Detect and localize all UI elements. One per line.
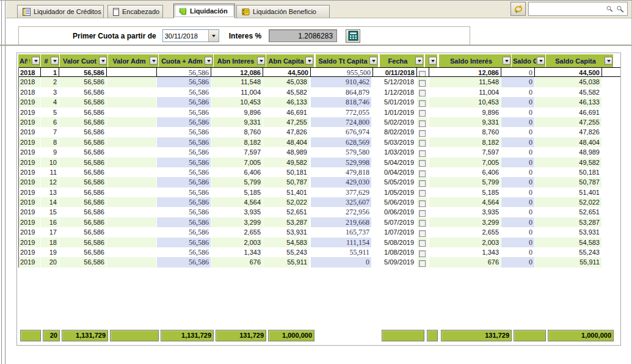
cell-saldo_capital[interactable]: 47,826: [535, 127, 602, 137]
cell-abn_interes[interactable]: 7,597: [211, 147, 263, 157]
tab-liquidacion-beneficio[interactable]: Liquidación Beneficio: [236, 5, 330, 18]
refresh-button[interactable]: [510, 2, 526, 16]
cell-chk[interactable]: [417, 257, 429, 267]
cell-saldo_tt_capital[interactable]: 529,998: [311, 158, 373, 167]
cell-abn_capital[interactable]: 47,826: [263, 127, 311, 137]
cell-ano[interactable]: 2019: [19, 167, 41, 177]
cell-saldo_interes[interactable]: 9,331: [429, 117, 501, 127]
cell-saldo_tt_capital[interactable]: 479,818: [311, 167, 373, 177]
filter-dropdown-button[interactable]: [503, 57, 510, 65]
cell-abn_capital[interactable]: 52,651: [263, 207, 311, 217]
cell-cuota_adm[interactable]: 56,586: [157, 107, 211, 117]
cell-saldo_capital[interactable]: 44,500: [535, 68, 602, 76]
cell-saldo_tt_capital[interactable]: 864,879: [311, 87, 373, 97]
cell-num[interactable]: 10: [41, 158, 59, 167]
cell-saldo_tt_capital[interactable]: 818,746: [311, 97, 373, 107]
cell-valor_adm[interactable]: [107, 197, 157, 207]
cell-chk[interactable]: [417, 147, 429, 157]
cell-valor_adm[interactable]: [107, 238, 157, 247]
col-header-valor_adm[interactable]: Valor Adm: [108, 54, 158, 67]
cell-abn_capital[interactable]: 53,287: [263, 217, 311, 227]
cell-fecha[interactable]: 5/02/2019: [373, 117, 417, 127]
row-checkbox[interactable]: [419, 90, 426, 96]
cell-saldo_capital[interactable]: 53,287: [535, 217, 602, 227]
cell-fecha[interactable]: 8/02/2019: [373, 127, 417, 137]
row-checkbox[interactable]: [419, 220, 426, 227]
cell-num[interactable]: 3: [41, 87, 59, 97]
cell-fecha[interactable]: 0/06/2019: [373, 207, 417, 217]
cell-cuota_adm[interactable]: 56,586: [157, 207, 211, 217]
cell-abn_capital[interactable]: 45,582: [263, 87, 311, 97]
col-header-ano[interactable]: Añ↑: [18, 54, 40, 67]
row-checkbox[interactable]: [419, 110, 426, 117]
cell-saldo_capital[interactable]: 45,038: [535, 77, 602, 87]
cell-ano[interactable]: 2019: [19, 158, 41, 167]
tab-liquidador-de-creditos[interactable]: Liquidador de Créditos: [17, 5, 104, 18]
cell-saldo_g_adm[interactable]: 0: [501, 238, 535, 247]
row-checkbox[interactable]: [419, 250, 426, 257]
cell-chk[interactable]: [417, 107, 429, 117]
cell-abn_interes[interactable]: 11,004: [211, 87, 263, 97]
cell-valor_cuota[interactable]: 56,586: [59, 167, 107, 177]
cell-saldo_interes[interactable]: 2,655: [429, 227, 501, 237]
cell-valor_adm[interactable]: [107, 158, 157, 167]
cell-chk[interactable]: [417, 97, 429, 107]
cell-valor_cuota[interactable]: 56,586: [59, 247, 107, 257]
cell-saldo_g_adm[interactable]: 0: [501, 167, 535, 177]
cell-cuota_adm[interactable]: 56,586: [157, 177, 211, 187]
cell-fecha[interactable]: 1/01/2019: [373, 107, 417, 117]
cell-abn_interes[interactable]: 12,086: [211, 68, 263, 76]
cell-cuota_adm[interactable]: 56,586: [157, 147, 211, 157]
cell-saldo_interes[interactable]: 5,185: [429, 187, 501, 197]
cell-ano[interactable]: 2019: [19, 127, 41, 137]
cell-fecha[interactable]: 1/08/2019: [373, 247, 417, 257]
cell-abn_capital[interactable]: 52,022: [263, 197, 311, 207]
cell-chk[interactable]: [417, 158, 429, 167]
cell-ano[interactable]: 2019: [19, 187, 41, 197]
cell-fecha[interactable]: 0/04/2019: [373, 167, 417, 177]
cell-saldo_interes[interactable]: 1,343: [429, 247, 501, 257]
cell-saldo_interes[interactable]: 2,003: [429, 238, 501, 247]
cell-fecha[interactable]: 5/09/2019: [373, 257, 417, 267]
cell-abn_interes[interactable]: 8,182: [211, 137, 263, 147]
cell-valor_adm[interactable]: [107, 117, 157, 127]
cell-saldo_capital[interactable]: 55,911: [535, 257, 602, 267]
cell-ano[interactable]: 2019: [19, 257, 41, 267]
cell-abn_capital[interactable]: 48,404: [263, 137, 311, 147]
cell-saldo_g_adm[interactable]: 0: [501, 107, 535, 117]
col-header-fecha[interactable]: Fecha: [380, 54, 424, 67]
cell-num[interactable]: 12: [41, 177, 59, 187]
cell-chk[interactable]: [417, 238, 429, 247]
filter-dropdown-button[interactable]: [99, 57, 107, 65]
cell-cuota_adm[interactable]: 56,586: [157, 197, 211, 207]
cell-valor_cuota[interactable]: 56,586: [59, 187, 107, 197]
cell-abn_interes[interactable]: 9,331: [211, 117, 263, 127]
cell-chk[interactable]: [417, 87, 429, 97]
cell-saldo_tt_capital[interactable]: 111,154: [311, 238, 373, 247]
cell-saldo_tt_capital[interactable]: 724,800: [311, 117, 373, 127]
cell-saldo_interes[interactable]: 8,182: [429, 137, 501, 147]
cell-saldo_capital[interactable]: 54,583: [535, 238, 602, 247]
cell-valor_adm[interactable]: [107, 127, 157, 137]
cell-cuota_adm[interactable]: 56,586: [157, 117, 211, 127]
cell-valor_adm[interactable]: [107, 167, 157, 177]
cell-saldo_interes[interactable]: 10,453: [429, 97, 501, 107]
search-next-icon[interactable]: [616, 4, 625, 13]
row-checkbox[interactable]: [419, 230, 426, 237]
cell-valor_adm[interactable]: [107, 97, 157, 107]
col-header-valor_cuota[interactable]: Valor Cuot: [60, 54, 107, 67]
cell-saldo_interes[interactable]: 676: [429, 257, 501, 267]
cell-fecha[interactable]: 5/04/2019: [373, 158, 417, 167]
cell-saldo_interes[interactable]: 11,004: [429, 87, 501, 97]
cell-valor_cuota[interactable]: 56,586: [59, 147, 107, 157]
cell-valor_cuota[interactable]: 56,586: [59, 217, 107, 227]
cell-abn_capital[interactable]: 55,911: [263, 257, 311, 267]
cell-saldo_capital[interactable]: 50,787: [535, 177, 602, 187]
cell-abn_interes[interactable]: 7,005: [211, 158, 263, 167]
cell-cuota_adm[interactable]: 56,586: [157, 68, 211, 76]
cell-fecha[interactable]: 5/06/2019: [373, 197, 417, 207]
cell-fecha[interactable]: 1/05/2019: [373, 187, 417, 197]
cell-saldo_g_adm[interactable]: 0: [501, 207, 535, 217]
cell-num[interactable]: 14: [41, 197, 59, 207]
cell-saldo_g_adm[interactable]: 0: [501, 147, 535, 157]
